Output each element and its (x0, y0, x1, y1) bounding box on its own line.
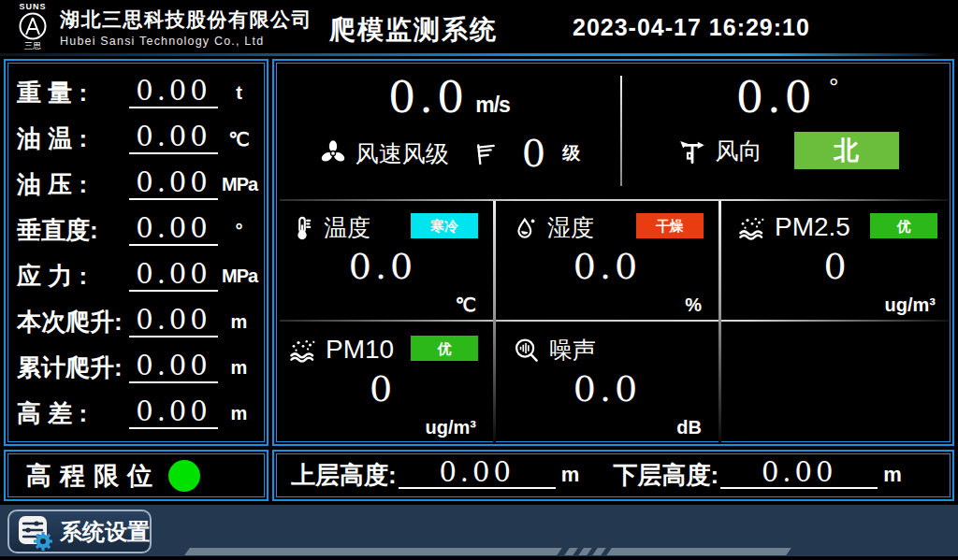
noise-icon (513, 337, 541, 365)
current-climb-label: 本次爬升: (17, 306, 127, 338)
stress-label: 应 力 : (17, 260, 127, 293)
taskbar-stripe (606, 548, 791, 555)
grid-horizontal-divider-2 (280, 320, 949, 322)
upper-height-label: 上层高度: (291, 459, 397, 492)
pm25-label: PM2.5 (775, 212, 850, 242)
monitoring-screen: SUNS 三思 湖北三思科技股份有限公司 Hubei Sansi Technol… (0, 0, 958, 560)
humidity-cell: 湿度 干燥 0.0 % (498, 201, 717, 318)
oil-pressure-label: 油 压 : (17, 168, 127, 201)
verticality-label: 垂直度: (17, 214, 127, 247)
temperature-status-badge: 寒冷 (411, 213, 478, 238)
total-climb-value: 0.00 (129, 351, 218, 383)
measurement-sidebar: 重 量 : 0.00 t 油 温 : 0.00 ℃ 油 压 : 0.00 MPa… (4, 59, 269, 446)
oil-temp-value: 0.00 (129, 122, 218, 154)
humidity-value: 0.0 (498, 246, 717, 287)
elevation-limit-panel: 高程限位 (4, 450, 269, 501)
humidity-icon (513, 215, 539, 241)
weight-row: 重 量 : 0.00 t (17, 70, 255, 116)
wind-direction-badge: 北 (794, 132, 899, 169)
elevation-limit-indicator (168, 460, 200, 492)
company-name-en: Hubei Sansi Technology Co., Ltd (60, 35, 312, 48)
logo-bottom-text: 三思 (24, 42, 41, 50)
current-climb-unit: m (222, 311, 255, 333)
pm10-label: PM10 (326, 335, 394, 365)
oil-temp-label: 油 温 : (17, 122, 127, 155)
lower-height-label: 下层高度: (614, 459, 719, 492)
current-climb-row: 本次爬升: 0.00 m (17, 299, 255, 345)
upper-height-unit: m (561, 463, 580, 487)
wind-speed-section: 0.0m/s 风速风级 (278, 65, 620, 197)
height-diff-row: 高 差 : 0.00 m (17, 391, 255, 437)
header: SUNS 三思 湖北三思科技股份有限公司 Hubei Sansi Technol… (0, 0, 958, 53)
wind-speed-unit: m/s (475, 93, 510, 117)
noise-value: 0.0 (498, 368, 717, 409)
verticality-unit: ° (222, 220, 255, 241)
temperature-unit: ℃ (456, 294, 476, 316)
settings-button-label: 系统设置 (60, 517, 150, 547)
header-divider (0, 53, 945, 56)
height-diff-unit: m (222, 403, 255, 424)
oil-pressure-unit: MPa (222, 174, 255, 195)
lower-height-group: 下层高度: 0.00 m (614, 458, 936, 494)
oil-temp-row: 油 温 : 0.00 ℃ (17, 116, 255, 162)
system-settings-button[interactable]: 系统设置 (7, 510, 152, 553)
current-climb-value: 0.00 (129, 305, 218, 337)
verticality-value: 0.00 (129, 213, 218, 246)
elevation-limit-label: 高程限位 (26, 459, 161, 493)
pm25-unit: ug/m³ (885, 294, 936, 316)
total-climb-row: 累计爬升: 0.00 m (17, 345, 255, 391)
company-name: 湖北三思科技股份有限公司 Hubei Sansi Technology Co.,… (60, 7, 312, 48)
layer-heights-panel: 上层高度: 0.00 m 下层高度: 0.00 m (272, 450, 954, 501)
grid-vertical-divider-2 (718, 201, 721, 442)
upper-height-value: 0.00 (399, 458, 556, 490)
humidity-status-badge: 干燥 (636, 213, 704, 238)
taskbar-stripe (184, 548, 562, 555)
temperature-cell: 温度 寒冷 0.0 ℃ (274, 201, 491, 318)
pm-icon (289, 336, 317, 364)
screen-bottom-edge (0, 556, 958, 560)
pm10-value: 0 (274, 368, 491, 409)
wind-level-unit: 级 (562, 141, 580, 165)
taskbar-stripe-slash (578, 548, 592, 555)
environment-panel: 0.0m/s 风速风级 (272, 59, 954, 446)
weight-unit: t (222, 82, 255, 104)
temperature-label: 温度 (324, 212, 370, 243)
pm-icon (738, 213, 766, 241)
wind-section-divider (620, 76, 622, 186)
upper-height-group: 上层高度: 0.00 m (291, 458, 614, 494)
logo-top-text: SUNS (19, 3, 46, 11)
wind-speed-label: 风速风级 (356, 138, 449, 169)
height-diff-label: 高 差 : (17, 397, 127, 430)
wind-direction-label: 风向 (716, 136, 762, 166)
weight-label: 重 量 : (17, 77, 127, 109)
pm25-status-badge: 优 (870, 213, 937, 238)
pm10-cell: PM10 优 0 ug/m³ (274, 323, 491, 440)
wind-vane-icon (676, 135, 708, 166)
pm25-cell: PM2.5 优 0 ug/m³ (723, 201, 951, 318)
settings-icon (17, 514, 52, 550)
stress-unit: MPa (222, 266, 255, 287)
datetime-display: 2023-04-17 16:29:10 (573, 14, 810, 41)
humidity-unit: % (685, 294, 702, 316)
noise-label: 噪声 (549, 335, 596, 366)
fan-icon (318, 138, 348, 168)
humidity-label: 湿度 (547, 212, 594, 243)
taskbar-stripe-slash (564, 548, 578, 555)
pm10-unit: ug/m³ (426, 417, 476, 438)
pm10-status-badge: 优 (411, 336, 478, 361)
lower-height-unit: m (883, 463, 902, 487)
noise-cell: 噪声 0.0 dB (498, 323, 717, 440)
wind-direction-value: 0.0 (736, 72, 816, 122)
empty-cell (723, 323, 951, 440)
page-title: 爬模监测系统 (329, 12, 498, 48)
oil-temp-unit: ℃ (222, 128, 255, 151)
company-logo: SUNS 三思 (9, 0, 56, 53)
suns-logo-icon (18, 11, 48, 41)
wind-level-icon (472, 140, 498, 166)
total-climb-label: 累计爬升: (17, 352, 127, 384)
thermometer-icon (289, 215, 315, 241)
wind-direction-section: 0.0° 风向 北 (626, 65, 949, 197)
noise-unit: dB (676, 417, 702, 438)
total-climb-unit: m (222, 357, 255, 379)
lower-height-value: 0.00 (720, 458, 878, 490)
